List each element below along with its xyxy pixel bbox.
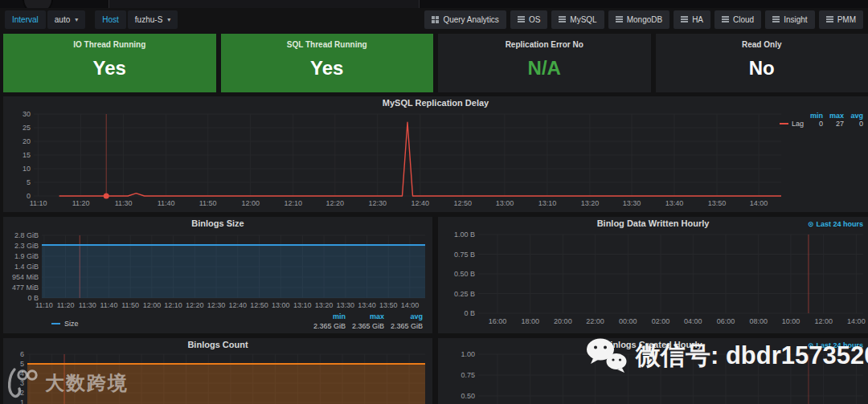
svg-text:2.3 GiB: 2.3 GiB [14, 242, 39, 250]
svg-text:12:50: 12:50 [250, 301, 268, 309]
stat-replication-error: Replication Error No N/A [438, 34, 651, 92]
size-min: 2.365 GiB [307, 322, 346, 330]
legend-avg-header[interactable]: avg [844, 112, 863, 120]
menu-icon [681, 16, 688, 22]
svg-text:15: 15 [23, 151, 31, 159]
legend-min-header[interactable]: min [307, 312, 346, 320]
svg-text:11:50: 11:50 [199, 199, 217, 207]
svg-text:20: 20 [23, 137, 31, 145]
svg-text:13:20: 13:20 [315, 301, 334, 309]
svg-text:12:30: 12:30 [369, 199, 387, 207]
nav-cloud[interactable]: Cloud [714, 10, 761, 29]
svg-text:0.75: 0.75 [461, 371, 475, 379]
svg-text:11:10: 11:10 [30, 199, 47, 207]
row-binlogs: Binlogs Size 2.8 GiB2.3 GiB1.9 GiB1.4 Gi… [3, 217, 868, 333]
stat-sql-thread-running: SQL Thread Running Yes [221, 34, 434, 92]
legend-item-lag[interactable]: Lag [780, 120, 804, 128]
svg-text:20:00: 20:00 [554, 317, 572, 325]
svg-text:1.00 B: 1.00 B [454, 231, 475, 239]
menu-icon [518, 16, 525, 22]
stat-title[interactable]: Replication Error No [438, 40, 651, 49]
nav-mongodb[interactable]: MongoDB [608, 10, 669, 29]
lag-avg: 0 [844, 120, 863, 128]
nav-mysql[interactable]: MySQL [551, 10, 604, 29]
svg-text:30: 30 [23, 110, 31, 118]
svg-text:0.50 B: 0.50 B [454, 270, 475, 278]
size-avg: 2.365 GiB [384, 322, 423, 330]
legend-min-header[interactable]: min [804, 112, 823, 120]
panel-binlogs-size: Binlogs Size 2.8 GiB2.3 GiB1.9 GiB1.4 Gi… [3, 217, 432, 333]
nav-insight[interactable]: Insight [765, 10, 814, 29]
menu-icon [616, 16, 623, 22]
size-series-swatch [51, 323, 60, 324]
legend-max-header[interactable]: max [346, 312, 384, 320]
svg-text:25: 25 [23, 124, 31, 132]
svg-text:2.8 GiB: 2.8 GiB [14, 231, 39, 239]
svg-text:13:20: 13:20 [581, 199, 600, 207]
svg-text:12:10: 12:10 [164, 301, 182, 309]
host-label: Host [95, 10, 126, 29]
stat-row: IO Thread Running Yes SQL Thread Running… [3, 34, 868, 92]
nav-ha[interactable]: HA [674, 10, 710, 29]
binlog-written-chart[interactable]: 1.00 B0.75 B0.50 B0.25 B0 B16:0018:0020:… [440, 230, 866, 331]
grid-icon [432, 16, 439, 23]
chevron-down-icon: ▾ [167, 16, 170, 23]
svg-text:12:00: 12:00 [814, 317, 833, 325]
host-select[interactable]: fuzhu-S ▾ [128, 10, 178, 29]
brand-watermark: 大数跨境 [5, 366, 129, 400]
lag-series-swatch [780, 123, 788, 124]
lag-min: 0 [804, 120, 823, 128]
menu-icon [559, 16, 566, 22]
panel-title[interactable]: Binlogs Count [3, 338, 432, 351]
brand-watermark-text: 大数跨境 [45, 370, 129, 396]
replication-delay-chart[interactable]: 30252015105011:1011:2011:3011:4011:5012:… [5, 109, 866, 210]
stat-value: Yes [221, 57, 434, 80]
svg-text:11:30: 11:30 [79, 301, 96, 309]
svg-text:12:20: 12:20 [186, 301, 204, 309]
panel-replication-delay: MySQL Replication Delay 30252015105011:1… [3, 96, 868, 212]
svg-text:0.75 B: 0.75 B [454, 251, 475, 259]
stat-title[interactable]: Read Only [656, 40, 868, 49]
time-range-badge[interactable]: ⊙ Last 24 hours [808, 220, 863, 228]
brand-logo-icon [5, 366, 39, 400]
binlogs-size-chart[interactable]: 2.8 GiB2.3 GiB1.9 GiB1.4 GiB954 MiB477 M… [5, 230, 431, 310]
svg-text:12:40: 12:40 [411, 199, 430, 207]
svg-text:12:40: 12:40 [228, 301, 247, 309]
svg-text:13:30: 13:30 [623, 199, 641, 207]
panel-title[interactable]: Binlog Data Written Hourly [438, 217, 868, 230]
svg-text:954 MiB: 954 MiB [12, 273, 39, 281]
size-max: 2.365 GiB [346, 322, 384, 330]
interval-select[interactable]: auto ▾ [47, 10, 85, 29]
svg-text:11:20: 11:20 [72, 199, 90, 207]
delay-legend: min max avg Lag 0 27 0 [780, 112, 863, 128]
svg-text:13:10: 13:10 [538, 199, 557, 207]
nav-pmm[interactable]: PMM [819, 10, 863, 29]
dashboard-toolbar: Interval auto ▾ Host fuzhu-S ▾ Query Ana… [0, 8, 868, 31]
browser-chrome-strip [0, 0, 868, 8]
panel-title[interactable]: Binlogs Size [3, 217, 432, 230]
stat-title[interactable]: IO Thread Running [3, 40, 216, 49]
svg-text:0.25 B: 0.25 B [454, 290, 475, 298]
panel-title[interactable]: MySQL Replication Delay [3, 96, 868, 109]
stat-title[interactable]: SQL Thread Running [221, 40, 434, 49]
menu-icon [772, 16, 780, 22]
nav-os[interactable]: OS [510, 10, 547, 29]
host-control: Host fuzhu-S ▾ [95, 10, 178, 29]
wechat-watermark-text: 微信号: dbdr1573520 [636, 339, 868, 373]
svg-text:08:00: 08:00 [749, 317, 768, 325]
svg-text:1.4 GiB: 1.4 GiB [14, 263, 39, 271]
legend-item-size[interactable]: Size [51, 320, 79, 328]
interval-value: auto [55, 15, 70, 24]
wechat-icon [585, 337, 628, 374]
svg-text:13:50: 13:50 [379, 301, 398, 309]
svg-text:6: 6 [20, 351, 24, 358]
grafana-logo-partial [23, 0, 53, 8]
svg-text:13:00: 13:00 [496, 199, 514, 207]
menu-icon [722, 16, 729, 22]
stat-io-thread-running: IO Thread Running Yes [3, 34, 216, 92]
legend-avg-header[interactable]: avg [384, 312, 423, 320]
svg-text:12:00: 12:00 [241, 199, 260, 207]
nav-query-analytics[interactable]: Query Analytics [424, 10, 506, 29]
legend-max-header[interactable]: max [823, 112, 844, 120]
svg-text:06:00: 06:00 [717, 317, 735, 325]
